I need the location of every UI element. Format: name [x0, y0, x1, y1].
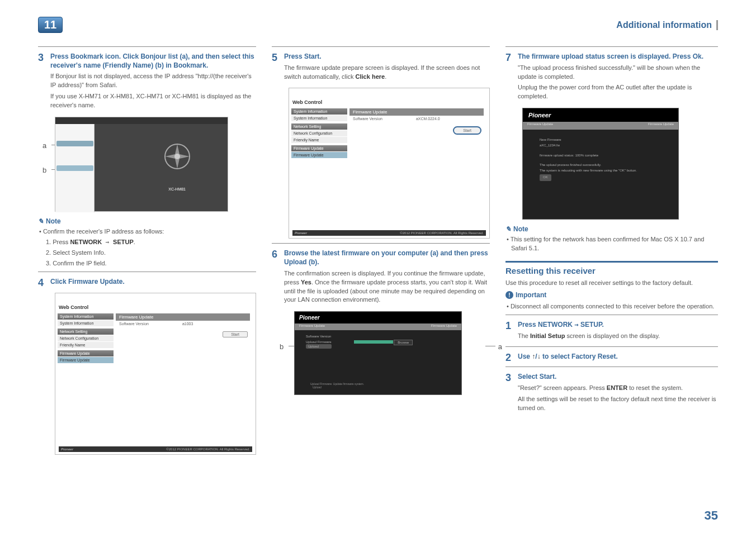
page-number: 35: [705, 508, 718, 523]
step-number: 2: [505, 353, 518, 364]
step-number: 7: [505, 53, 518, 103]
step-title: Click Firmware Update.: [50, 278, 256, 287]
step-text: "Reset?" screen appears. Press ENTER to …: [518, 384, 718, 393]
step-title: Select Start.: [518, 373, 718, 382]
step-title: The firmware upload status screen is dis…: [518, 53, 718, 61]
screenshot-status: Pioneer Firmware UpdateFirmware Update N…: [522, 108, 679, 220]
note-bullet: • This setting for the network has been …: [505, 235, 718, 253]
note-heading: Note: [513, 225, 528, 233]
step-number: 3: [38, 53, 50, 112]
chapter-badge: 11: [38, 17, 63, 33]
step-title: Press Bookmark icon. Click Bonjour list …: [50, 53, 256, 70]
important-heading: Important: [516, 291, 546, 299]
note-icon: ✎: [38, 217, 44, 225]
step-title: Browse the latest firmware on your compu…: [284, 249, 490, 266]
callout-b: b: [42, 166, 46, 174]
note-icon: ✎: [505, 225, 511, 233]
subsection-text: Use this procedure to reset all receiver…: [505, 279, 718, 288]
step-title: Use ↑/↓ to select Factory Reset.: [518, 353, 718, 361]
important-bullet: • Disconnect all components connected to…: [505, 302, 718, 311]
callout-b: b: [280, 342, 284, 351]
step-text: "The upload process finished successfull…: [518, 64, 718, 82]
screenshot-webcontrol: Web Control System Information System In…: [55, 293, 256, 455]
section-title: Additional information: [616, 20, 718, 30]
screenshot-upload: Pioneer Firmware UpdateFirmware Update S…: [294, 311, 462, 395]
callout-a: a: [42, 141, 46, 150]
step-text: The confirmation screen is displayed. If…: [284, 269, 490, 305]
important-icon: !: [505, 291, 513, 299]
step-text: The firmware update prepare screen is di…: [284, 64, 490, 82]
note-bullet: • Confirm the receiver's IP address as f…: [38, 227, 256, 236]
step-text: Unplug the the power cord from the AC ou…: [518, 83, 718, 101]
note-sub: 1. Press NETWORK → SETUP.: [38, 238, 256, 247]
step-text: If Bonjour list is not displayed, access…: [50, 72, 256, 90]
screenshot-safari: XC-HM81: [55, 117, 228, 212]
step-text: All the settings will be reset to the fa…: [518, 395, 718, 413]
note-sub: 2. Select System Info.: [38, 249, 256, 258]
step-number: 6: [272, 249, 284, 307]
step-title: Press Start.: [284, 53, 490, 61]
step-number: 5: [272, 53, 284, 83]
subsection-heading: Resetting this receiver: [505, 266, 718, 275]
step-text: If you use X-HM71 or X-HM81, XC-HM71 or …: [50, 92, 256, 110]
step-text: The Initial Setup screen is displayed on…: [518, 332, 718, 341]
step-number: 4: [38, 278, 50, 289]
step-number: 3: [505, 373, 518, 415]
callout-a: a: [498, 342, 502, 351]
step-number: 1: [505, 321, 518, 343]
step-title: Press NETWORK → SETUP.: [518, 321, 718, 330]
note-sub: 3. Confirm the IP field.: [38, 259, 256, 268]
device-name: XC-HM81: [168, 187, 186, 191]
screenshot-webcontrol: Web Control System Information System In…: [289, 88, 490, 239]
note-heading: Note: [46, 217, 61, 225]
